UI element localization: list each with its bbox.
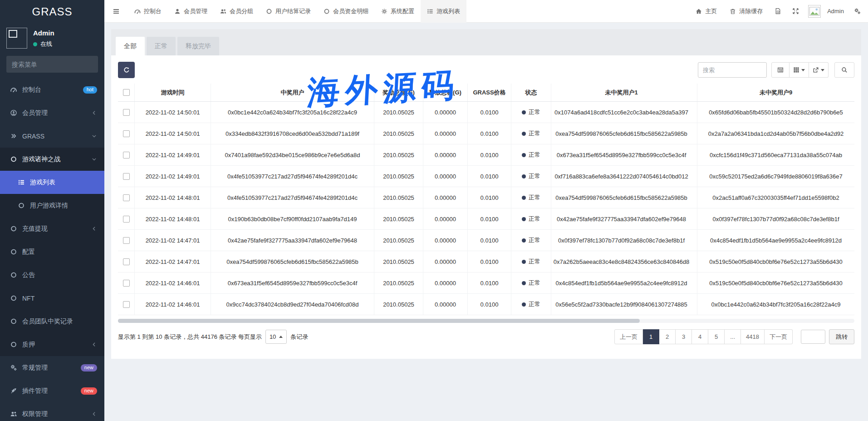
pagination-info-text: 显示第 1 到第 10 条记录，总共 44176 条记录 每页显示	[118, 333, 262, 341]
settings-button[interactable]	[848, 0, 866, 23]
tab-all[interactable]: 全部	[116, 37, 145, 55]
topnav-item-settlement[interactable]: 用户结算记录	[260, 0, 317, 23]
cell-grass-price: 0.0100	[467, 166, 511, 187]
sidebar-item-addons[interactable]: 插件管理new	[0, 379, 104, 402]
topnav-item-members[interactable]: 会员管理	[168, 0, 214, 23]
row-checkbox[interactable]	[123, 258, 130, 265]
export-dropdown-button[interactable]	[809, 62, 829, 78]
online-dot	[33, 42, 37, 46]
row-checkbox[interactable]	[123, 109, 130, 116]
sidebar-item-announcement[interactable]: 公告	[0, 263, 104, 287]
tab-normal[interactable]: 正常	[147, 37, 176, 55]
page-button-4[interactable]: 4	[692, 329, 708, 344]
page-button-2[interactable]: 2	[659, 329, 676, 344]
sidebar-item-members[interactable]: 会员管理	[0, 101, 104, 124]
row-checkbox[interactable]	[123, 130, 130, 137]
user-avatar[interactable]	[6, 28, 27, 49]
per-page-select[interactable]: 10	[265, 330, 287, 344]
admin-menu[interactable]: Admin	[823, 8, 848, 15]
columns-dropdown-button[interactable]	[790, 62, 809, 78]
tab-released[interactable]: 释放完毕	[177, 37, 219, 55]
sidebar-item-console[interactable]: 控制台hot	[0, 78, 104, 101]
row-checkbox[interactable]	[123, 194, 130, 201]
sidebar-toggle-button[interactable]	[104, 0, 128, 23]
page-button-1[interactable]: 1	[643, 329, 659, 344]
sidebar-item-game-list[interactable]: 游戏列表	[0, 171, 104, 194]
sidebar-item-user-game[interactable]: 用户游戏详情	[0, 194, 104, 217]
fullscreen-button[interactable]	[787, 0, 804, 23]
table-header-row: 游戏时间中奖用户奖励总额(G)释放总额(G)GRASS价格状态未中奖用户1未中奖…	[118, 84, 854, 102]
sidebar-item-general[interactable]: 常规管理new	[0, 356, 104, 379]
sidebar-item-team-prize[interactable]: 会员团队中奖记录	[0, 310, 104, 333]
topnav-item-label: 系统配置	[391, 7, 414, 15]
sidebar-item-pledge[interactable]: 质押	[0, 333, 104, 356]
topnav-item-funds[interactable]: 会员资金明细	[317, 0, 375, 23]
topnav-item-game-list[interactable]: 游戏列表	[421, 0, 466, 23]
sidebar-item-label: GRASS	[22, 133, 44, 140]
sidebar-item-label: 会员管理	[22, 109, 48, 117]
refresh-page-button[interactable]	[769, 0, 787, 23]
sidebar-item-recharge[interactable]: 充值提现	[0, 217, 104, 240]
jump-button[interactable]: 跳转	[829, 329, 854, 344]
scrollbar-thumb[interactable]	[118, 319, 640, 323]
pagination-controls: 上一页12345...4418下一页 跳转	[614, 329, 854, 344]
row-checkbox-cell	[118, 230, 134, 251]
cell-winner-address: 0x7401a98fae592d34be015ce986b9ce7e6e5d6a…	[211, 144, 374, 165]
pinned-column-gap	[691, 144, 697, 165]
cell-loser1-address: 0x673ea31f5ef6545d8959e327fbb599cc0c5e3c…	[551, 144, 691, 165]
page-button-3[interactable]: 3	[676, 329, 692, 344]
page-button-4418[interactable]: 4418	[741, 329, 765, 344]
home-button[interactable]: 主页	[689, 0, 723, 23]
row-checkbox[interactable]	[123, 237, 130, 244]
pinned-column-gap	[691, 123, 697, 144]
search-button[interactable]	[834, 62, 854, 78]
row-checkbox[interactable]	[123, 280, 130, 287]
row-checkbox[interactable]	[123, 216, 130, 223]
cell-status: 正常	[511, 251, 551, 272]
row-checkbox[interactable]	[123, 301, 130, 308]
menu-search-input[interactable]	[12, 61, 94, 68]
toggle-detail-view-button[interactable]	[771, 62, 790, 78]
cell-loser1-address: 0xea754df599876065cfeb6d615fbc585622a598…	[551, 123, 691, 144]
topnav-item-groups[interactable]: 会员分组	[214, 0, 260, 23]
page-button-...[interactable]: ...	[725, 329, 741, 344]
sidebar-item-config[interactable]: 配置	[0, 240, 104, 263]
sidebar-item-auth[interactable]: 权限管理	[0, 402, 104, 421]
sidebar-item-grass[interactable]: GRASS	[0, 124, 104, 148]
cell-loser1-address: 0x56e5c5f2ad7330bacfe12b9f90840613072748…	[551, 294, 691, 315]
admin-avatar[interactable]	[808, 5, 821, 18]
clear-cache-button[interactable]: 清除缓存	[723, 0, 769, 23]
detail-view-icon	[777, 67, 784, 73]
page-button-5[interactable]: 5	[708, 329, 725, 344]
topnav-item-sysconfig[interactable]: 系统配置	[375, 0, 421, 23]
row-checkbox[interactable]	[123, 173, 130, 180]
topnav-item-console[interactable]: 控制台	[128, 0, 168, 23]
row-checkbox-cell	[118, 144, 134, 165]
cell-loser9-address: 0x519c50e0f5d840cb0bf6e76e52c1273a55b6d4…	[697, 272, 854, 293]
circle-icon	[10, 272, 18, 278]
chevron-left-icon	[91, 411, 97, 417]
header-time: 游戏时间	[134, 84, 211, 101]
horizontal-scrollbar	[118, 319, 854, 323]
select-all-checkbox[interactable]	[123, 89, 130, 96]
cell-loser1-address: 0xf716a883ca6efe8a3641222d074054614c0bd0…	[551, 166, 691, 187]
sidebar-item-game-war[interactable]: 游戏诸神之战	[0, 148, 104, 171]
cell-winner-address: 0x673ea31f5ef6545d8959e327fbb599cc0c5e3c…	[211, 272, 374, 293]
hamburger-icon	[113, 8, 120, 15]
cell-status: 正常	[511, 272, 551, 293]
table-row: 2022-11-02 14:50:010x334edb8432f3916708c…	[118, 123, 854, 144]
prev-page-button[interactable]: 上一页	[614, 329, 643, 344]
page-buttons: 上一页12345...4418下一页	[614, 329, 793, 344]
sidebar-item-nft[interactable]: NFT	[0, 287, 104, 310]
cell-grass-price: 0.0100	[467, 144, 511, 165]
status-dot	[522, 174, 526, 178]
header-status: 状态	[511, 84, 551, 101]
pinned-column-gap	[691, 84, 697, 101]
jump-page-input[interactable]	[801, 330, 825, 344]
table-search-input[interactable]	[698, 62, 767, 78]
next-page-button[interactable]: 下一页	[765, 329, 793, 344]
refresh-button[interactable]	[118, 62, 135, 78]
row-checkbox[interactable]	[123, 152, 130, 158]
cell-grass-price: 0.0100	[467, 187, 511, 208]
circle-icon	[10, 341, 18, 348]
